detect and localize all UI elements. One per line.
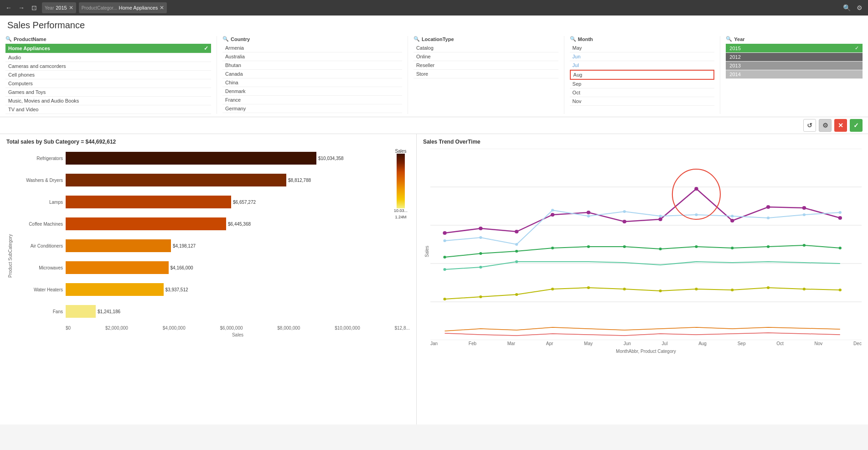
list-item[interactable]: Audio [5,53,211,62]
list-item[interactable]: Armenia [222,44,402,52]
svg-point-25 [479,236,482,239]
bar-track: $3,937,512 [66,283,410,296]
list-item[interactable]: Aug [570,70,715,80]
location-search-icon: 🔍 [413,36,420,42]
bar-track: $8,812,788 [66,174,410,186]
svg-point-46 [803,244,806,247]
x-tick: May [584,341,593,346]
year-chip-close[interactable]: ✕ [69,5,73,11]
bar-row: Lamps $6,657,272 [16,192,410,212]
svg-point-34 [803,213,806,216]
bar-chart-panel: Total sales by Sub Category = $44,692,61… [0,134,417,424]
list-item[interactable]: China [222,78,402,87]
bar-chart-title: Total sales by Sub Category = $44,692,61… [6,139,410,145]
month-search-icon: 🔍 [570,36,576,42]
year-search-icon: 🔍 [726,36,732,42]
bar-fill [66,217,226,230]
filter-header-country: 🔍 Country [222,36,402,42]
svg-point-59 [731,289,734,291]
bar-row: Fans $1,241,186 [16,302,410,321]
svg-point-24 [443,239,446,242]
settings-icon[interactable]: ⚙ [854,3,864,13]
search-icon[interactable]: 🔍 [842,3,852,13]
list-item[interactable]: Online [413,52,558,61]
list-item[interactable]: Computers [5,79,211,88]
list-item[interactable]: Nov [570,97,715,106]
list-item[interactable]: Bhutan [222,61,402,70]
bar-label: Washers & Dryers [16,178,66,183]
list-item[interactable]: Jul [570,61,715,70]
list-item[interactable]: Music, Movies and Audio Books [5,97,211,105]
list-item[interactable]: Cell phones [5,71,211,79]
list-item[interactable]: May [570,44,715,52]
lasso-icon[interactable]: ⊡ [29,3,39,13]
filter-panel-product: 🔍 ProductName Home Appliances ✓ Audio Ca… [0,36,217,114]
list-item[interactable]: Jun [570,52,715,61]
list-item[interactable]: France [222,96,402,104]
product-filter-list: Home Appliances ✓ Audio Cameras and camc… [5,44,211,114]
list-item[interactable]: Sep [570,80,715,88]
cancel-button[interactable]: ✕ [834,119,847,132]
x-tick: $10,000,000 [335,326,360,331]
list-item[interactable]: Store [413,70,558,78]
bar-label: Microwaves [16,265,66,270]
svg-point-16 [587,211,590,214]
bar-value: $6,445,368 [228,222,251,227]
svg-point-38 [515,250,518,253]
bar-chart-rows: Refrigerators $10,034,358 Washers & Drye… [16,149,410,324]
svg-point-53 [515,293,518,296]
year-filter-chip[interactable]: Year 2015 ✕ [42,2,76,13]
confirm-button[interactable]: ✓ [850,119,863,132]
list-item[interactable]: TV and Video [5,105,211,114]
svg-point-39 [551,247,554,249]
svg-point-12 [443,231,446,235]
year-item-2015[interactable]: 2015 ✓ [726,44,863,53]
product-search-icon: 🔍 [5,36,12,42]
product-filter-chip[interactable]: ProductCategor... Home Appliances ✕ [79,2,167,13]
year-item-2012[interactable]: 2012 [726,53,863,62]
svg-point-50 [515,260,518,263]
list-item[interactable]: Reseller [413,61,558,70]
back-icon[interactable]: ← [4,3,14,13]
forward-icon[interactable]: → [16,3,26,13]
list-item[interactable]: Denmark [222,87,402,96]
line-chart-title: Sales Trend OverTime [423,139,862,145]
bar-value: $8,812,788 [288,178,311,183]
bar-value: $1,241,186 [98,309,120,314]
list-item[interactable]: Australia [222,52,402,61]
legend-title: Sales [392,149,410,154]
svg-point-36 [443,256,446,259]
svg-point-40 [587,245,590,248]
bar-value: $3,937,512 [165,287,188,292]
year-filter-label: Year [734,36,744,42]
bar-value: $4,166,000 [170,265,193,270]
svg-point-18 [658,217,662,221]
reset-button[interactable]: ↺ [803,119,816,132]
configure-button[interactable]: ⚙ [819,119,832,132]
list-item[interactable]: Home Appliances ✓ [5,44,211,53]
x-axis-label: Sales [16,332,410,337]
x-axis: $0$2,000,000$4,000,000$6,000,000$8,000,0… [16,326,410,331]
list-item[interactable]: Germany [222,104,402,113]
x-tick: Oct [776,341,784,346]
svg-point-28 [587,215,590,217]
list-item[interactable]: Canada [222,70,402,78]
legend-bar [397,154,405,208]
year-item-2013[interactable]: 2013 [726,62,863,70]
svg-point-21 [766,205,770,209]
location-filter-list: Catalog Online Reseller Store [413,44,558,78]
list-item[interactable]: Catalog [413,44,558,52]
year-item-2014[interactable]: 2014 [726,70,863,79]
list-item[interactable]: Oct [570,88,715,97]
product-filter-label: ProductName [14,36,46,42]
filter-panel-location: 🔍 LocationType Catalog Online Reseller S… [408,36,564,114]
svg-point-47 [839,247,842,249]
bar-y-axis-label: Product SubCategory [6,149,14,363]
product-chip-close[interactable]: ✕ [160,5,164,11]
filter-header-product: 🔍 ProductName [5,36,211,42]
legend-min: 1.24M [392,215,410,219]
list-item[interactable]: Games and Toys [5,88,211,97]
list-item[interactable]: Cameras and camcorders [5,62,211,71]
svg-point-52 [479,295,482,298]
x-tick: Apr [546,341,553,346]
